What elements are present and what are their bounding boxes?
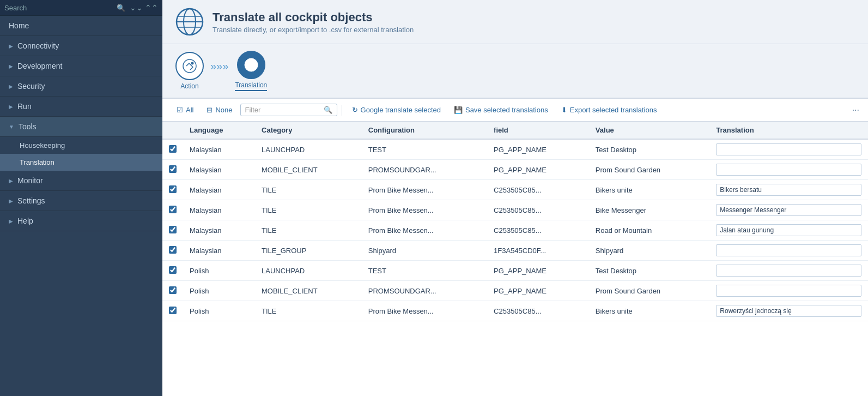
row-checkbox-cell[interactable] — [162, 261, 183, 281]
toolbar: ☑ All ⊟ None 🔍 ↻ Google translate select… — [162, 99, 868, 122]
row-value: Bikers unite — [589, 301, 709, 321]
select-all-button[interactable]: ☑ All — [171, 103, 199, 117]
chevron-down-icon: ▼ — [9, 124, 14, 130]
col-field: field — [487, 122, 589, 139]
row-language: Polish — [183, 281, 255, 301]
chevron-right-icon: ▶ — [9, 104, 13, 110]
row-checkbox-cell[interactable] — [162, 301, 183, 321]
sidebar-item-security[interactable]: ▶ Security — [0, 76, 162, 97]
search-input[interactable] — [4, 4, 114, 12]
row-checkbox-cell[interactable] — [162, 241, 183, 261]
row-category: TILE — [255, 200, 362, 220]
row-field: PG_APP_NAME — [487, 160, 589, 180]
row-translation-input[interactable] — [716, 305, 861, 317]
row-translation-cell[interactable] — [709, 160, 868, 180]
row-checkbox[interactable] — [169, 307, 177, 314]
select-all-label: All — [186, 106, 193, 114]
row-translation-cell[interactable] — [709, 241, 868, 261]
row-checkbox-cell[interactable] — [162, 220, 183, 241]
row-translation-input[interactable] — [716, 265, 861, 277]
sidebar-item-tools[interactable]: ▼ Tools — [0, 117, 162, 137]
row-translation-input[interactable] — [716, 204, 861, 216]
chevron-right-icon: ▶ — [9, 63, 13, 69]
row-value: Bikers unite — [589, 180, 709, 200]
export-translations-button[interactable]: ⬇ Export selected translations — [556, 103, 663, 117]
workflow-step-action[interactable]: Action — [175, 52, 204, 90]
main-content: Translate all cockpit objects Translate … — [162, 0, 868, 396]
filter-field[interactable]: 🔍 — [240, 104, 337, 116]
row-translation-input[interactable] — [716, 244, 861, 256]
row-checkbox-cell[interactable] — [162, 180, 183, 200]
sidebar-item-home[interactable]: Home — [0, 16, 162, 36]
table-row: Malaysian TILE Prom Bike Messen... C2535… — [162, 200, 868, 220]
sidebar-item-monitor[interactable]: ▶ Monitor — [0, 171, 162, 191]
sidebar-item-help[interactable]: ▶ Help — [0, 211, 162, 231]
row-configuration: Shipyard — [362, 241, 487, 261]
table-header-row: Language Category Configuration field Va… — [162, 122, 868, 139]
workflow-step-translation[interactable]: Translation — [235, 51, 267, 91]
toolbar-divider — [342, 105, 342, 116]
chevron-right-icon: ▶ — [9, 198, 13, 204]
export-icon: ⬇ — [561, 106, 567, 114]
row-field: PG_APP_NAME — [487, 261, 589, 281]
collapse-all-icon[interactable]: ⌄⌄ — [130, 3, 143, 12]
action-step-icon — [175, 52, 204, 80]
sidebar-item-settings[interactable]: ▶ Settings — [0, 191, 162, 211]
row-translation-input[interactable] — [716, 164, 861, 176]
more-options-button[interactable]: ··· — [852, 105, 859, 115]
row-translation-cell[interactable] — [709, 301, 868, 321]
row-translation-cell[interactable] — [709, 180, 868, 200]
row-translation-input[interactable] — [716, 285, 861, 297]
col-configuration: Configuration — [362, 122, 487, 139]
save-translations-label: Save selected translations — [465, 106, 548, 114]
row-translation-cell[interactable] — [709, 261, 868, 281]
filter-input[interactable] — [245, 106, 321, 114]
row-configuration: Prom Bike Messen... — [362, 200, 487, 220]
sidebar-item-label: Home — [9, 21, 29, 30]
row-checkbox-cell[interactable] — [162, 139, 183, 160]
row-category: TILE — [255, 180, 362, 200]
google-translate-button[interactable]: ↻ Google translate selected — [347, 103, 446, 117]
row-checkbox[interactable] — [169, 286, 177, 294]
row-translation-input[interactable] — [716, 143, 861, 155]
google-translate-icon: ↻ — [352, 106, 358, 114]
row-checkbox[interactable] — [169, 185, 177, 193]
row-translation-input[interactable] — [716, 184, 861, 196]
sidebar-item-development[interactable]: ▶ Development — [0, 56, 162, 76]
row-field: C253505C85... — [487, 180, 589, 200]
save-translations-button[interactable]: 💾 Save selected translations — [448, 103, 554, 117]
row-checkbox[interactable] — [169, 246, 177, 254]
row-checkbox[interactable] — [169, 165, 177, 173]
row-translation-cell[interactable] — [709, 220, 868, 241]
row-checkbox[interactable] — [169, 226, 177, 233]
sidebar-item-connectivity[interactable]: ▶ Connectivity — [0, 36, 162, 56]
chevron-right-icon: ▶ — [9, 43, 13, 49]
row-translation-cell[interactable] — [709, 200, 868, 220]
row-checkbox-cell[interactable] — [162, 200, 183, 220]
row-checkbox-cell[interactable] — [162, 160, 183, 180]
row-translation-cell[interactable] — [709, 281, 868, 301]
row-checkbox-cell[interactable] — [162, 281, 183, 301]
row-language: Malaysian — [183, 139, 255, 160]
sidebar-item-label: Tools — [19, 122, 37, 131]
row-checkbox[interactable] — [169, 266, 177, 274]
sidebar-item-label: Run — [17, 102, 32, 111]
expand-all-icon[interactable]: ⌃⌃ — [145, 3, 158, 12]
row-checkbox[interactable] — [169, 206, 177, 213]
table-row: Polish TILE Prom Bike Messen... C253505C… — [162, 301, 868, 321]
translation-step-icon — [237, 51, 265, 79]
sidebar-item-run[interactable]: ▶ Run — [0, 97, 162, 117]
sidebar-search-bar[interactable]: 🔍 ⌄⌄ ⌃⌃ — [0, 0, 162, 16]
sidebar-item-label: Development — [17, 62, 63, 70]
col-value: Value — [589, 122, 709, 139]
row-translation-input[interactable] — [716, 224, 861, 236]
sidebar-subitem-housekeeping[interactable]: Housekeeping — [0, 137, 162, 154]
table-row: Malaysian TILE Prom Bike Messen... C2535… — [162, 220, 868, 241]
row-translation-cell[interactable] — [709, 139, 868, 160]
google-translate-label: Google translate selected — [361, 106, 441, 114]
row-category: LAUNCHPAD — [255, 139, 362, 160]
row-checkbox[interactable] — [169, 145, 177, 153]
sidebar-subitem-translation[interactable]: Translation — [0, 154, 162, 171]
select-none-button[interactable]: ⊟ None — [201, 103, 238, 117]
row-category: TILE — [255, 220, 362, 241]
